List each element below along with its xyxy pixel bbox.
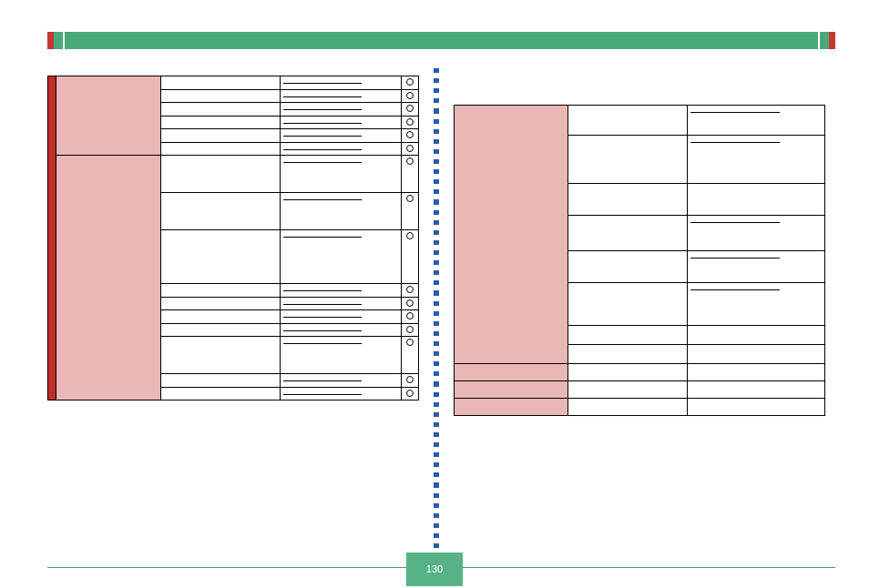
score-circle-icon bbox=[406, 78, 414, 86]
table-row bbox=[455, 381, 825, 399]
score-circle-icon bbox=[406, 312, 414, 319]
score-cell bbox=[402, 297, 419, 310]
aq-cell bbox=[568, 326, 688, 345]
aq-cell bbox=[161, 297, 281, 310]
aq-cell bbox=[161, 156, 281, 193]
left-rubric-table bbox=[47, 76, 419, 400]
criteria-cell bbox=[281, 116, 402, 129]
score-circle-icon bbox=[406, 326, 414, 333]
header-green-left bbox=[54, 32, 63, 49]
score-circle-icon bbox=[406, 286, 414, 293]
table-row bbox=[48, 76, 419, 90]
score-cell bbox=[402, 323, 419, 337]
criteria-cell bbox=[281, 337, 402, 374]
header-accent-left bbox=[47, 32, 54, 49]
criteria-cell bbox=[281, 323, 402, 337]
score-cell bbox=[402, 337, 419, 374]
criteria-cell bbox=[281, 156, 402, 193]
criteria-cell bbox=[688, 136, 825, 184]
score-cell bbox=[402, 129, 419, 143]
aq-cell bbox=[161, 142, 281, 156]
score-circle-icon bbox=[406, 105, 414, 112]
aq-cell bbox=[161, 230, 281, 284]
table-row bbox=[455, 364, 825, 381]
score-cell bbox=[402, 116, 419, 129]
aq-cell bbox=[161, 337, 281, 374]
aq-cell bbox=[568, 399, 688, 416]
aq-cell bbox=[568, 106, 688, 136]
score-circle-icon bbox=[406, 145, 414, 152]
criteria-cell bbox=[281, 284, 402, 298]
criteria-cell bbox=[688, 345, 825, 364]
column-divider-dotted bbox=[434, 68, 439, 548]
category-cell bbox=[56, 156, 161, 400]
right-rubric-table bbox=[454, 105, 825, 416]
score-cell bbox=[402, 89, 419, 103]
aq-cell bbox=[161, 103, 281, 117]
table-row bbox=[455, 106, 825, 136]
score-cell bbox=[402, 142, 419, 156]
criteria-cell bbox=[688, 283, 825, 326]
score-circle-icon bbox=[406, 92, 414, 99]
score-circle-icon bbox=[406, 390, 414, 397]
header-accent-right bbox=[829, 32, 835, 49]
aq-cell bbox=[161, 387, 281, 400]
page-number-badge: 130 bbox=[406, 553, 463, 586]
category-cell bbox=[455, 381, 568, 399]
category-cell bbox=[56, 76, 161, 156]
category-cell bbox=[455, 399, 568, 416]
criteria-cell bbox=[688, 251, 825, 283]
score-cell bbox=[402, 193, 419, 230]
score-circle-icon bbox=[406, 195, 414, 202]
criteria-cell bbox=[688, 184, 825, 216]
aq-cell bbox=[161, 310, 281, 324]
header-green-right bbox=[820, 32, 829, 49]
score-circle-icon bbox=[406, 131, 414, 138]
criteria-cell bbox=[281, 103, 402, 117]
score-cell bbox=[402, 284, 419, 298]
table-row bbox=[48, 156, 419, 193]
criteria-cell bbox=[688, 106, 825, 136]
aq-cell bbox=[161, 193, 281, 230]
score-cell bbox=[402, 374, 419, 388]
red-tab bbox=[48, 76, 56, 400]
aq-cell bbox=[161, 129, 281, 143]
criteria-cell bbox=[688, 216, 825, 251]
score-circle-icon bbox=[406, 299, 414, 307]
score-circle-icon bbox=[406, 232, 414, 239]
aq-cell bbox=[161, 76, 281, 90]
criteria-cell bbox=[688, 381, 825, 399]
criteria-cell bbox=[688, 399, 825, 416]
aq-cell bbox=[568, 381, 688, 399]
aq-cell bbox=[568, 283, 688, 326]
aq-cell bbox=[568, 251, 688, 283]
aq-cell bbox=[568, 136, 688, 184]
aq-cell bbox=[568, 345, 688, 364]
score-circle-icon bbox=[406, 157, 414, 165]
category-cell bbox=[455, 364, 568, 381]
score-circle-icon bbox=[406, 339, 414, 346]
aq-cell bbox=[161, 116, 281, 129]
aq-cell bbox=[161, 89, 281, 103]
header-bar bbox=[47, 32, 835, 49]
criteria-cell bbox=[281, 89, 402, 103]
aq-cell bbox=[161, 323, 281, 337]
table-row bbox=[455, 399, 825, 416]
criteria-cell bbox=[688, 326, 825, 345]
criteria-cell bbox=[281, 374, 402, 388]
category-cell bbox=[455, 106, 568, 364]
score-cell bbox=[402, 387, 419, 400]
score-cell bbox=[402, 76, 419, 90]
header-green-mid bbox=[65, 32, 818, 49]
aq-cell bbox=[568, 184, 688, 216]
aq-cell bbox=[568, 364, 688, 381]
aq-cell bbox=[568, 216, 688, 251]
score-cell bbox=[402, 310, 419, 324]
criteria-cell bbox=[281, 310, 402, 324]
criteria-cell bbox=[281, 76, 402, 90]
criteria-cell bbox=[281, 297, 402, 310]
score-cell bbox=[402, 156, 419, 193]
aq-cell bbox=[161, 284, 281, 298]
page: 130 bbox=[0, 0, 869, 588]
criteria-cell bbox=[281, 387, 402, 400]
